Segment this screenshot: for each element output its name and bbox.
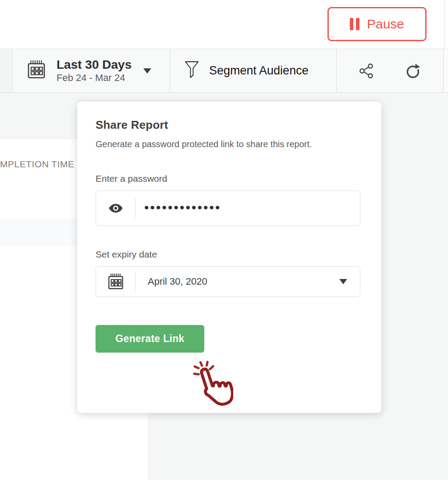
date-range-title: Last 30 Days	[57, 58, 132, 72]
toolbar-spacer	[0, 49, 12, 92]
top-header: Pause	[0, 0, 448, 49]
toolbar-actions	[337, 49, 444, 92]
generate-link-label: Generate Link	[115, 333, 184, 345]
date-range-selector[interactable]: Last 30 Days Feb 24 - Mar 24	[12, 49, 170, 92]
share-icon[interactable]	[359, 63, 374, 79]
share-report-modal: Share Report Generate a password protect…	[77, 102, 381, 413]
date-range-text: Last 30 Days Feb 24 - Mar 24	[57, 58, 132, 84]
report-toolbar: Last 30 Days Feb 24 - Mar 24 Segment Aud…	[0, 49, 448, 93]
date-range-value: Feb 24 - Mar 24	[57, 72, 132, 84]
click-cursor-icon	[179, 359, 233, 420]
toolbar-edge	[444, 49, 448, 92]
pause-button-label: Pause	[367, 17, 404, 32]
calendar-icon	[27, 60, 46, 82]
eye-icon[interactable]	[96, 203, 135, 214]
chevron-down-icon	[339, 279, 347, 284]
expiry-date-select[interactable]: April 30, 2020	[96, 266, 360, 297]
password-label: Enter a password	[96, 173, 363, 184]
pause-button[interactable]: Pause	[327, 7, 427, 41]
calendar-icon	[96, 273, 135, 291]
chevron-down-icon	[143, 68, 151, 74]
expiry-date-value: April 30, 2020	[135, 276, 207, 287]
completion-time-column-header: MPLETION TIME	[0, 159, 76, 169]
modal-description: Generate a password protected link to sh…	[96, 137, 334, 152]
password-masked-value: •••••••••••••	[135, 201, 221, 214]
segment-audience-label: Segment Audience	[209, 64, 309, 78]
expiry-label: Set expiry date	[96, 249, 363, 260]
refresh-icon[interactable]	[404, 62, 422, 80]
segment-audience-button[interactable]: Segment Audience	[170, 49, 337, 92]
filter-icon	[185, 61, 199, 81]
modal-title: Share Report	[96, 118, 363, 132]
password-input[interactable]: •••••••••••••	[96, 191, 360, 226]
pause-icon	[350, 18, 359, 30]
generate-link-button[interactable]: Generate Link	[96, 325, 204, 353]
